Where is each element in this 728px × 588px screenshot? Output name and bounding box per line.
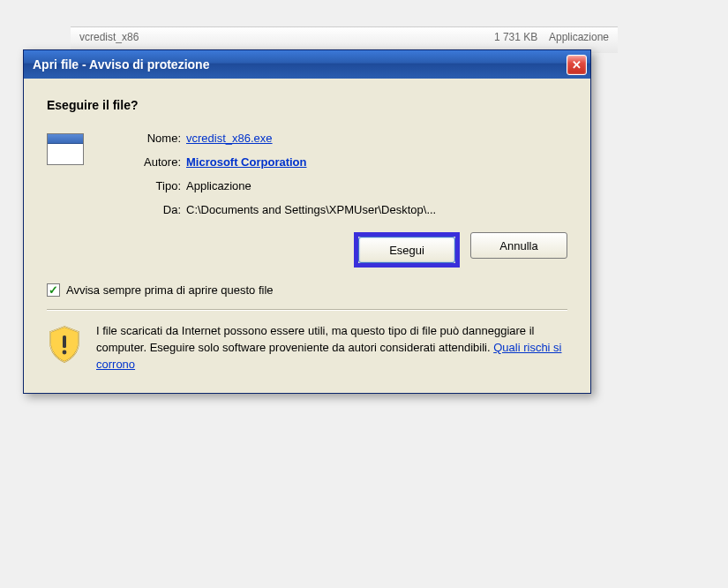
divider (47, 309, 567, 311)
button-row: Esegui Annulla (47, 232, 567, 268)
dialog-title: Apri file - Avviso di protezione (33, 57, 209, 72)
file-type-value: Applicazione (186, 179, 436, 192)
warning-text: I file scaricati da Internet possono ess… (96, 323, 567, 373)
background-file-name: vcredist_x86 (79, 31, 139, 49)
svg-rect-0 (63, 335, 66, 348)
label-from: Da: (110, 203, 181, 216)
application-icon (47, 133, 84, 165)
dialog-content: Eseguire il file? Nome: vcredist_x86.exe… (24, 79, 590, 393)
background-file-type: Applicazione (549, 31, 609, 43)
cancel-button[interactable]: Annulla (470, 232, 567, 259)
title-bar: Apri file - Avviso di protezione ✕ (24, 50, 590, 79)
always-ask-checkbox[interactable]: ✓ (47, 283, 60, 297)
background-file-size: 1 731 KB (494, 31, 537, 43)
run-button-highlight: Esegui (354, 232, 460, 268)
file-info-section: Nome: vcredist_x86.exe Autore: Microsoft… (47, 132, 567, 216)
label-author: Autore: (110, 155, 181, 169)
svg-point-1 (63, 351, 67, 355)
close-button[interactable]: ✕ (567, 55, 587, 75)
publisher-link[interactable]: Microsoft Corporation (186, 155, 307, 169)
security-warning-dialog: Apri file - Avviso di protezione ✕ Esegu… (23, 49, 591, 394)
prompt-question: Eseguire il file? (47, 98, 567, 112)
close-icon: ✕ (572, 58, 582, 72)
run-button[interactable]: Esegui (358, 237, 455, 263)
shield-warning-icon (47, 325, 82, 364)
label-name: Nome: (110, 132, 181, 145)
file-name-link[interactable]: vcredist_x86.exe (186, 132, 273, 145)
always-ask-label: Avvisa sempre prima di aprire questo fil… (66, 283, 274, 297)
warning-message: I file scaricati da Internet possono ess… (96, 324, 534, 354)
file-details-grid: Nome: vcredist_x86.exe Autore: Microsoft… (110, 132, 436, 216)
warning-section: I file scaricati da Internet possono ess… (47, 323, 567, 382)
file-path-value: C:\Documents and Settings\XPMUser\Deskto… (186, 203, 436, 216)
check-icon: ✓ (49, 284, 58, 296)
label-type: Tipo: (110, 179, 181, 192)
always-ask-row: ✓ Avvisa sempre prima di aprire questo f… (47, 283, 567, 297)
